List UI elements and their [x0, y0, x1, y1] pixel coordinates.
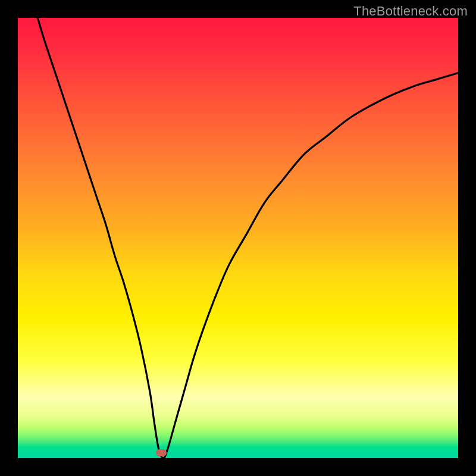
optimum-marker — [156, 449, 167, 456]
bottleneck-curve — [18, 18, 458, 458]
watermark-text: TheBottleneck.com — [353, 4, 468, 19]
chart-frame: TheBottleneck.com — [0, 0, 476, 476]
plot-area — [18, 18, 458, 458]
